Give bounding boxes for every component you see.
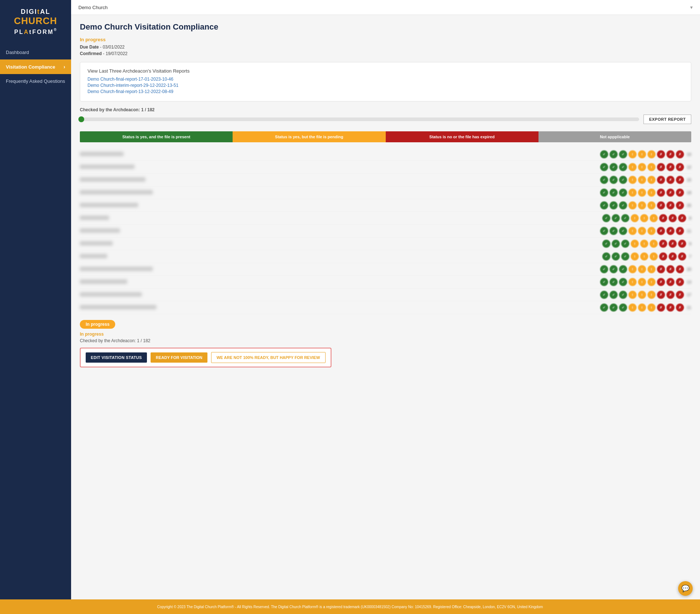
dot-red: ✗ <box>669 240 677 248</box>
footer-text: Copyright © 2023 The Digital Church Plat… <box>157 605 543 609</box>
sidebar-item-dashboard[interactable]: Dashboard <box>0 45 71 59</box>
dots-container: ✓ ✓ ✓ ! ! ! ✗ ✗ ✗ 8 <box>602 214 691 222</box>
dot-yellow: ! <box>629 227 637 235</box>
dot-green: ✓ <box>610 176 618 184</box>
sidebar-item-visitation-compliance[interactable]: Visitation Compliance › <box>0 59 71 74</box>
report-link-2[interactable]: Demo Church-interim-report-29-12-2022-13… <box>88 83 684 88</box>
dot-red: ✗ <box>657 176 665 184</box>
ready-for-visitation-button[interactable]: READY FOR VISITATION <box>151 352 207 363</box>
dot-green: ✓ <box>610 163 618 171</box>
edit-visitation-button[interactable]: EDIT VISITATION STATUS <box>86 352 147 363</box>
progress-circle <box>78 116 84 122</box>
chat-button[interactable]: 💬 <box>678 581 693 596</box>
dot-green: ✓ <box>600 291 608 299</box>
bottom-checked-text: Checked by the Archdeacon: 1 / 182 <box>80 338 691 343</box>
dot-green: ✓ <box>619 189 627 197</box>
checked-text: Checked by the Archdeacon: 1 / 182 <box>80 107 691 112</box>
dot-yellow: ! <box>638 265 646 273</box>
dot-red: ✗ <box>659 214 667 222</box>
table-row: ✓ ✓ ✓ ! ! ! ✗ ✗ ✗ 8 <box>80 212 691 225</box>
dot-red: ✗ <box>657 265 665 273</box>
dot-green: ✓ <box>619 291 627 299</box>
due-date-info: Due Date - 03/01/2022 <box>80 45 691 50</box>
main-content: Demo Church ▾ Demo Church Visitation Com… <box>71 0 700 599</box>
dot-red: ✗ <box>676 201 684 209</box>
dot-yellow: ! <box>638 227 646 235</box>
dot-red: ✗ <box>676 278 684 286</box>
due-date-value: 03/01/2022 <box>103 45 125 50</box>
count-text: 20 <box>687 267 691 271</box>
dot-yellow: ! <box>640 214 648 222</box>
dot-yellow: ! <box>638 163 646 171</box>
dot-green: ✓ <box>610 265 618 273</box>
dot-green: ✓ <box>610 291 618 299</box>
dot-green: ✓ <box>610 189 618 197</box>
dot-red: ✗ <box>669 252 677 260</box>
dot-yellow: ! <box>629 291 637 299</box>
bottom-in-progress-label: In progress <box>80 332 691 337</box>
legend-yellow: Status is yes, but the file is pending <box>233 131 385 142</box>
dot-red: ✗ <box>657 278 665 286</box>
report-link-1[interactable]: Demo Church-final-report-17-01-2023-10-4… <box>88 77 684 82</box>
dot-yellow: ! <box>629 304 637 312</box>
dot-yellow: ! <box>638 278 646 286</box>
dot-red: ✗ <box>678 252 686 260</box>
dot-yellow: ! <box>648 201 656 209</box>
dot-red: ✗ <box>659 252 667 260</box>
app-logo: DIGItAL CHURCH PLAtFORM® <box>14 7 57 36</box>
dot-green: ✓ <box>619 265 627 273</box>
progress-bar-fill <box>80 117 83 121</box>
legend-gray: Not appplicable <box>538 131 691 142</box>
dot-green: ✓ <box>610 201 618 209</box>
dot-yellow: ! <box>648 304 656 312</box>
sidebar-item-label-faq: Frequently Asked Questions <box>6 78 65 84</box>
table-row: ✓ ✓ ✓ ! ! ! ✗ ✗ ✗ 7 <box>80 250 691 263</box>
count-text: 12 <box>687 165 691 169</box>
dot-green: ✓ <box>612 240 620 248</box>
dot-green: ✓ <box>619 201 627 209</box>
dots-container: ✓ ✓ ✓ ! ! ! ✗ ✗ ✗ 21 <box>600 304 691 312</box>
dot-red: ✗ <box>676 291 684 299</box>
dot-red: ✗ <box>666 304 674 312</box>
compliance-rows: ✓ ✓ ✓ ! ! ! ✗ ✗ ✗ 10 ✓ <box>80 148 691 314</box>
dot-yellow: ! <box>629 163 637 171</box>
not-ready-button[interactable]: WE ARE NOT 100% READY, BUT HAPPY FOR REV… <box>211 352 326 363</box>
table-row: ✓ ✓ ✓ ! ! ! ✗ ✗ ✗ 10 <box>80 148 691 161</box>
dots-container: ✓ ✓ ✓ ! ! ! ✗ ✗ ✗ 18 <box>600 189 691 197</box>
chat-icon: 💬 <box>681 584 689 592</box>
dot-yellow: ! <box>638 189 646 197</box>
table-row: ✓ ✓ ✓ ! ! ! ✗ ✗ ✗ 9 <box>80 238 691 250</box>
reports-section: View Last Three Archdeacon's Visitation … <box>80 62 691 101</box>
dot-red: ✗ <box>678 240 686 248</box>
dropdown-icon[interactable]: ▾ <box>690 4 693 10</box>
dots-container: ✓ ✓ ✓ ! ! ! ✗ ✗ ✗ 25 <box>600 201 691 209</box>
report-link-3[interactable]: Demo Church-final-report-13-12-2022-08-4… <box>88 89 684 94</box>
dot-yellow: ! <box>629 278 637 286</box>
dot-yellow: ! <box>650 252 658 260</box>
row-label <box>80 254 602 259</box>
logo-platform: PLAtFORM <box>14 29 54 35</box>
dot-red: ✗ <box>678 214 686 222</box>
dot-red: ✗ <box>666 201 674 209</box>
dot-green: ✓ <box>619 176 627 184</box>
export-report-button[interactable]: EXPORT REPORT <box>643 115 691 124</box>
dot-yellow: ! <box>631 240 639 248</box>
dot-red: ✗ <box>669 214 677 222</box>
dot-green: ✓ <box>602 240 610 248</box>
dot-green: ✓ <box>610 227 618 235</box>
top-bar: Demo Church ▾ <box>71 0 700 15</box>
dot-green: ✓ <box>600 265 608 273</box>
legend-green: Status is yes, and the file is present <box>80 131 233 142</box>
export-btn-row: EXPORT REPORT <box>643 115 691 124</box>
checked-label: Checked by the Archdeacon: <box>80 107 140 112</box>
count-text: 18 <box>687 190 691 195</box>
sidebar-item-faq[interactable]: Frequently Asked Questions <box>0 74 71 88</box>
dot-green: ✓ <box>600 150 608 158</box>
due-date-label: Due Date <box>80 45 99 50</box>
dot-red: ✗ <box>657 163 665 171</box>
dot-green: ✓ <box>602 214 610 222</box>
dot-yellow: ! <box>650 240 658 248</box>
dot-red: ✗ <box>666 278 674 286</box>
row-label <box>80 292 600 298</box>
dot-red: ✗ <box>666 163 674 171</box>
